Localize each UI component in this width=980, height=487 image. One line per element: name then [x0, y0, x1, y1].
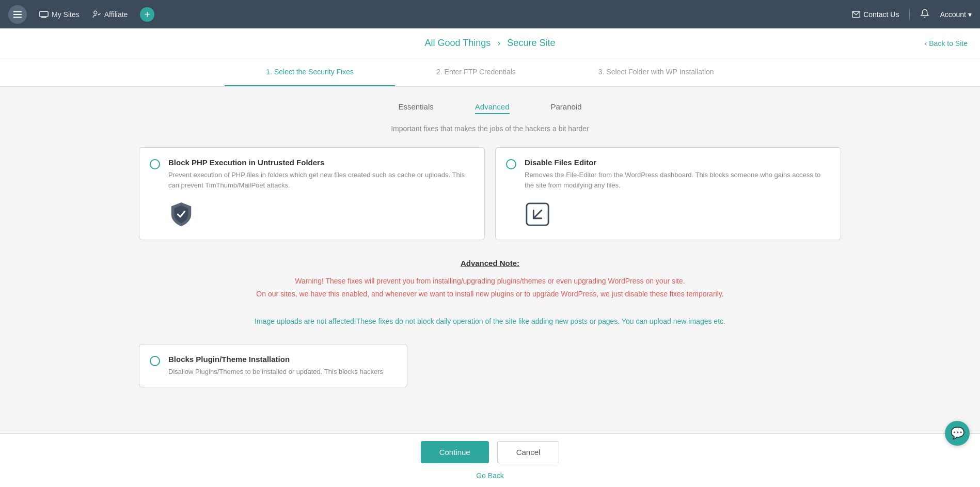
my-sites-label: My Sites — [52, 10, 80, 19]
footer-actions: Continue Cancel Go Back — [0, 433, 980, 487]
account-label: Account — [940, 10, 966, 19]
bottom-card-title: Blocks Plugin/Theme Installation — [168, 355, 383, 364]
step-2[interactable]: 2. Enter FTP Credentials — [395, 58, 557, 86]
sub-tab-paranoid[interactable]: Paranoid — [551, 102, 582, 114]
nav-divider — [909, 9, 910, 20]
bottom-card-desc: Disallow Plugins/Themes to be installed … — [168, 367, 383, 377]
affiliate-label: Affiliate — [104, 10, 128, 19]
card-radio-disable-editor[interactable] — [506, 159, 516, 169]
breadcrumb-page-name: Secure Site — [507, 38, 555, 48]
back-to-site-link[interactable]: ‹ Back to Site — [925, 39, 968, 48]
warning-line-1: Warning! These fixes will prevent you fr… — [139, 275, 841, 288]
breadcrumb-bar: All Good Things › Secure Site ‹ Back to … — [0, 28, 980, 58]
card-title-disable-editor: Disable Files Editor — [525, 158, 830, 167]
step-3[interactable]: 3. Select Folder with WP Installation — [557, 58, 755, 86]
chat-button[interactable]: 💬 — [945, 421, 970, 446]
card-title-block-php: Block PHP Execution in Untrusted Folders — [168, 158, 474, 167]
card-radio-blocks-plugin[interactable] — [150, 356, 160, 366]
editor-icon — [525, 201, 550, 227]
back-to-site-label: ‹ Back to Site — [925, 39, 968, 48]
breadcrumb-site-name[interactable]: All Good Things — [425, 38, 491, 48]
steps-bar: 1. Select the Security Fixes 2. Enter FT… — [0, 58, 980, 87]
go-back-link[interactable]: Go Back — [476, 472, 504, 480]
breadcrumb-arrow: › — [497, 38, 500, 48]
section-description: Important fixes that makes the jobs of t… — [139, 124, 841, 133]
chat-icon: 💬 — [951, 427, 965, 440]
fix-cards-grid: Block PHP Execution in Untrusted Folders… — [139, 147, 841, 240]
fix-card-disable-editor[interactable]: Disable Files Editor Removes the File-Ed… — [495, 147, 841, 240]
step-1[interactable]: 1. Select the Security Fixes — [225, 58, 395, 86]
fix-card-block-php[interactable]: Block PHP Execution in Untrusted Folders… — [139, 147, 485, 240]
advanced-note-title: Advanced Note: — [139, 259, 841, 268]
affiliate-nav[interactable]: Affiliate — [92, 10, 128, 19]
svg-point-7 — [93, 11, 97, 14]
fix-card-blocks-plugin[interactable]: Blocks Plugin/Theme Installation Disallo… — [139, 344, 407, 388]
info-line: Image uploads are not affected!These fix… — [139, 315, 841, 328]
continue-button[interactable]: Continue — [421, 441, 489, 463]
main-content: Essentials Advanced Paranoid Important f… — [129, 87, 851, 403]
card-desc-disable-editor: Removes the File-Editor from the WordPre… — [525, 170, 830, 190]
step-1-label: 1. Select the Security Fixes — [266, 68, 354, 76]
step-2-label: 2. Enter FTP Credentials — [436, 68, 516, 76]
svg-rect-3 — [40, 11, 48, 17]
account-nav[interactable]: Account ▾ — [940, 10, 972, 19]
shield-icon — [168, 201, 194, 227]
contact-us-label: Contact Us — [863, 10, 899, 19]
cancel-button[interactable]: Cancel — [497, 441, 560, 463]
top-navigation: My Sites Affiliate + Contact Us — [0, 0, 980, 28]
logo-icon[interactable] — [8, 5, 27, 24]
card-desc-block-php: Prevent execution of PHP files in folder… — [168, 170, 474, 190]
contact-us-link[interactable]: Contact Us — [852, 10, 899, 19]
card-radio-block-php[interactable] — [150, 159, 160, 169]
step-3-label: 3. Select Folder with WP Installation — [598, 68, 714, 76]
bell-icon[interactable] — [920, 9, 929, 20]
add-button[interactable]: + — [140, 7, 154, 22]
sub-tab-advanced[interactable]: Advanced — [475, 102, 510, 114]
warning-line-2: On our sites, we have this enabled, and … — [139, 288, 841, 301]
account-arrow: ▾ — [968, 10, 972, 19]
sub-tabs: Essentials Advanced Paranoid — [139, 102, 841, 114]
my-sites-nav[interactable]: My Sites — [39, 10, 80, 19]
sub-tab-essentials[interactable]: Essentials — [398, 102, 433, 114]
advanced-note-section: Advanced Note: Warning! These fixes will… — [139, 259, 841, 328]
